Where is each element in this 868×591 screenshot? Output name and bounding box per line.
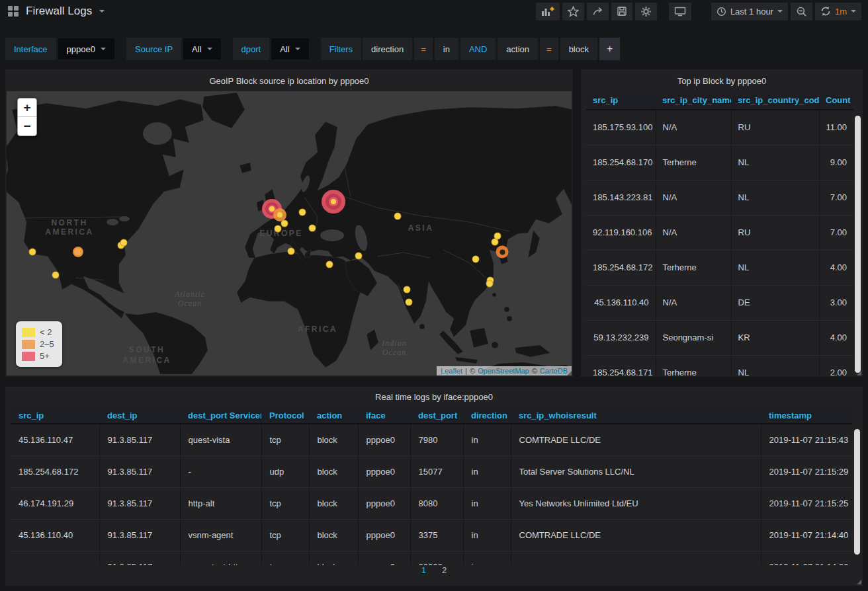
- table-row: 45.136.110.40N/ADE3.00: [586, 285, 853, 320]
- map-marker-dot[interactable]: [326, 261, 333, 268]
- realtime-logs-panel-title[interactable]: Real time logs by iface:pppoe0: [5, 387, 863, 407]
- map-marker-orange[interactable]: [73, 247, 83, 257]
- world-map[interactable]: NORTHAMERICAEUROPEASIAAFRICASOUTHAMERICA…: [7, 91, 572, 375]
- table-cell: [511, 551, 761, 565]
- table-row: 185.254.68.170TerherneNL9.00: [586, 145, 853, 180]
- table-cell: 9.00: [819, 145, 853, 180]
- add-panel-icon: [541, 6, 554, 17]
- dashboard-settings-button[interactable]: [635, 3, 657, 20]
- table-cell: 46.174.191.29: [11, 487, 99, 519]
- table-row: 59.13.232.239Seongnam-siKR4.00: [586, 320, 853, 355]
- panel-resize-handle[interactable]: [857, 371, 861, 375]
- map-marker-dot[interactable]: [355, 253, 363, 260]
- table-cell: NL: [731, 355, 819, 377]
- filter-segment-cond[interactable]: AND: [460, 38, 496, 60]
- cycle-view-mode-button[interactable]: [669, 3, 691, 20]
- filter-segment-key[interactable]: action: [498, 38, 538, 60]
- map-marker-dot[interactable]: [492, 239, 499, 246]
- logs-table: src_ipdest_ipdest_port ServicenameProtoc…: [11, 408, 852, 565]
- dport-variable-value[interactable]: All: [271, 38, 309, 60]
- map-marker-dot[interactable]: [52, 272, 60, 279]
- map-marker-dot[interactable]: [120, 239, 128, 247]
- table-cell: 8080: [410, 487, 463, 519]
- column-header[interactable]: timestamp: [761, 408, 852, 424]
- page-number-2[interactable]: 2: [442, 565, 447, 575]
- map-marker-dot[interactable]: [486, 280, 494, 288]
- filter-segment-value[interactable]: block: [560, 38, 597, 60]
- add-filter-button[interactable]: +: [599, 38, 620, 60]
- table-cell: 7.00: [819, 215, 853, 250]
- time-range-picker-button[interactable]: Last 1 hour: [711, 3, 788, 20]
- map-marker-dot[interactable]: [299, 209, 306, 216]
- table-cell: Terherne: [656, 250, 731, 285]
- column-header[interactable]: dest_ip: [99, 408, 180, 424]
- star-icon: [568, 6, 579, 17]
- map-marker-dot[interactable]: [309, 225, 316, 232]
- map-marker-ring[interactable]: [496, 246, 509, 258]
- realtime-logs-panel: Real time logs by iface:pppoe0 src_ipdes…: [5, 387, 863, 586]
- filter-segment-value[interactable]: in: [435, 38, 458, 60]
- column-header[interactable]: dest_port Servicename: [180, 408, 261, 424]
- share-button[interactable]: [587, 3, 609, 20]
- scrollbar-thumb[interactable]: [855, 116, 861, 373]
- map-zoom-in-button[interactable]: +: [18, 98, 36, 117]
- column-header[interactable]: src_ip: [11, 408, 99, 424]
- column-header[interactable]: Count: [819, 91, 853, 110]
- star-button[interactable]: [562, 3, 584, 20]
- top-ip-block-panel-title[interactable]: Top ip Block by pppoe0: [581, 69, 863, 92]
- geoip-map-panel: GeoIP Block source ip location by pppoe0: [5, 69, 573, 377]
- filter-segment-op[interactable]: =: [414, 38, 433, 60]
- filter-segment-key[interactable]: direction: [363, 38, 412, 60]
- time-range-label: Last 1 hour: [730, 7, 773, 17]
- map-marker-dot[interactable]: [288, 248, 295, 255]
- map-marker-dot[interactable]: [281, 220, 288, 227]
- dashboard-title-caret-icon[interactable]: [99, 10, 105, 13]
- column-header[interactable]: iface: [358, 408, 410, 424]
- geoip-map-panel-title[interactable]: GeoIP Block source ip location by pppoe0: [5, 69, 573, 92]
- dashboards-grid-icon[interactable]: [7, 5, 20, 18]
- table-cell: block: [309, 551, 358, 565]
- add-panel-button[interactable]: [536, 3, 560, 20]
- table-cell: 4.00: [819, 320, 853, 355]
- cartodb-link[interactable]: CartoDB: [540, 367, 568, 375]
- panel-resize-handle[interactable]: [567, 371, 572, 375]
- filter-segment-op[interactable]: =: [540, 38, 558, 60]
- column-header[interactable]: dest_port: [410, 408, 463, 424]
- column-header[interactable]: src_ip_city_name: [656, 91, 731, 110]
- panel-resize-handle[interactable]: [857, 580, 861, 584]
- chevron-down-icon: [295, 48, 300, 50]
- map-zoom-out-button[interactable]: −: [18, 117, 36, 136]
- table-cell: NL: [731, 145, 819, 180]
- column-header[interactable]: Protocol: [261, 408, 309, 424]
- table-cell: 91.3.85.117: [99, 424, 180, 455]
- save-button[interactable]: [611, 3, 632, 20]
- map-marker-dot[interactable]: [275, 225, 282, 233]
- refresh-button[interactable]: 1m: [815, 3, 861, 20]
- source-ip-variable-value[interactable]: All: [183, 38, 221, 60]
- leaflet-link[interactable]: Leaflet: [441, 367, 462, 375]
- dport-variable: dport All: [233, 38, 310, 60]
- column-header[interactable]: action: [309, 408, 358, 424]
- table-cell: RU: [731, 215, 819, 250]
- map-marker-dot[interactable]: [404, 286, 411, 294]
- interface-variable-value[interactable]: pppoe0: [58, 38, 115, 60]
- table-cell: in: [463, 551, 511, 565]
- page-number-1[interactable]: 1: [421, 565, 426, 575]
- table-cell: udp: [261, 455, 309, 487]
- map-marker-dot[interactable]: [472, 256, 480, 263]
- legend-label: 5+: [40, 351, 50, 361]
- table-cell: 185.254.68.172: [11, 455, 99, 487]
- map-marker-dot[interactable]: [29, 249, 36, 256]
- column-header[interactable]: direction: [463, 408, 511, 424]
- openstreetmap-link[interactable]: OpenStreetMap: [478, 367, 529, 375]
- map-marker-high[interactable]: [322, 190, 345, 214]
- column-header[interactable]: src_ip: [586, 91, 656, 110]
- column-header[interactable]: src_ip_whoisresult: [511, 408, 761, 424]
- map-marker-dot[interactable]: [406, 299, 413, 306]
- dashboard-title[interactable]: Firewall Logs: [26, 5, 92, 18]
- scrollbar-thumb[interactable]: [854, 429, 860, 555]
- table-row: 46.174.191.2991.3.85.117http-alttcpblock…: [11, 487, 852, 519]
- zoom-out-time-button[interactable]: [791, 3, 812, 20]
- map-marker-dot[interactable]: [394, 213, 402, 220]
- column-header[interactable]: src_ip_country_code: [731, 91, 819, 110]
